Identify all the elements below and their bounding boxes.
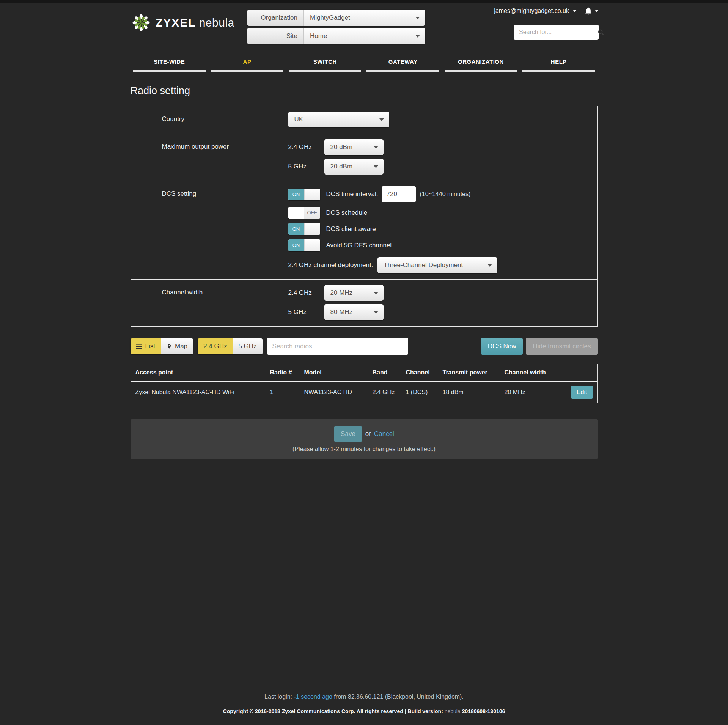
max-output-power-label: Maximum output power: [131, 139, 288, 175]
chevron-down-icon: [595, 10, 599, 12]
avoid-5g-dfs-toggle[interactable]: ON: [288, 239, 320, 251]
band-24-button[interactable]: 2.4 GHz: [198, 338, 233, 354]
cell-channel: 1 (DCS): [406, 389, 443, 396]
chevron-down-icon: [374, 165, 378, 168]
tab-organization[interactable]: ORGANIZATION: [442, 56, 520, 72]
radio-list-toolbar: List Map 2.4 GHz 5 GHz DCS Now: [131, 338, 598, 355]
main-nav: SITE-WIDE AP SWITCH GATEWAY ORGANIZATION…: [131, 56, 598, 72]
search-radios-input[interactable]: [272, 343, 403, 350]
last-login-link[interactable]: -1 second ago: [294, 694, 332, 700]
col-model: Model: [304, 369, 373, 376]
context-selector: Organization MightyGadget Site Home: [247, 10, 425, 44]
band-5-label: 5 GHz: [288, 308, 324, 316]
channel-deployment-dropdown[interactable]: Three-Channel Deployment: [377, 257, 497, 273]
chevron-down-icon: [487, 264, 492, 267]
dcs-section: DCS setting ON DCS time interval: (10~14…: [131, 181, 597, 279]
chevron-down-icon: [374, 292, 378, 294]
global-search-input[interactable]: [519, 29, 597, 36]
col-access-point: Access point: [135, 369, 270, 376]
save-button[interactable]: Save: [334, 426, 362, 442]
band-toggle-group: 2.4 GHz 5 GHz: [198, 338, 263, 354]
build-product: nebula: [445, 708, 461, 714]
power-24-dropdown[interactable]: 20 dBm: [324, 139, 384, 155]
cell-access-point: Zyxel Nubula NWA1123-AC-HD WiFi: [135, 389, 270, 396]
width-24-dropdown[interactable]: 20 MHz: [324, 285, 384, 301]
cell-radio: 1: [270, 389, 304, 396]
tab-ap[interactable]: AP: [208, 56, 286, 72]
notifications-menu[interactable]: [584, 7, 599, 15]
channel-deployment-label: 2.4 GHz channel deployment:: [288, 261, 373, 269]
top-strip: [0, 0, 728, 3]
dcs-label: DCS setting: [131, 186, 288, 274]
hide-transmit-circles-button: Hide transmit circles: [526, 338, 597, 355]
dcs-time-interval-input[interactable]: [382, 186, 416, 202]
power-5-dropdown[interactable]: 20 dBm: [324, 159, 384, 175]
country-dropdown[interactable]: UK: [288, 112, 389, 127]
band-5-button[interactable]: 5 GHz: [233, 338, 262, 354]
main-content: Radio setting Country UK Maximum output …: [131, 85, 598, 459]
account-area: james@mightygadget.co.uk: [494, 7, 599, 15]
cancel-link[interactable]: Cancel: [374, 430, 394, 438]
country-section: Country UK: [131, 106, 597, 134]
chevron-down-icon: [573, 10, 577, 12]
site-label: Site: [247, 28, 304, 44]
width-5-dropdown[interactable]: 80 MHz: [324, 304, 384, 320]
col-channel: Channel: [406, 369, 443, 376]
dcs-time-interval-hint: (10~1440 minutes): [420, 191, 470, 198]
map-view-button[interactable]: Map: [161, 338, 193, 354]
global-search: [514, 25, 599, 40]
view-toggle-group: List Map: [131, 338, 193, 354]
col-channel-width: Channel width: [505, 369, 558, 376]
header: ZYXELnebula Organization MightyGadget Si…: [0, 3, 728, 56]
table-header-row: Access point Radio # Model Band Channel …: [131, 364, 597, 382]
dcs-schedule-toggle[interactable]: OFF: [288, 207, 320, 219]
band-24-label: 2.4 GHz: [288, 289, 324, 297]
col-radio: Radio #: [270, 369, 304, 376]
tab-help[interactable]: HELP: [520, 56, 597, 72]
search-icon[interactable]: [597, 29, 604, 36]
zyxel-nebula-logo: ZYXELnebula: [132, 14, 234, 32]
dcs-time-interval-toggle[interactable]: ON: [288, 189, 320, 200]
band-24-label: 2.4 GHz: [288, 143, 324, 151]
tab-switch[interactable]: SWITCH: [286, 56, 364, 72]
dcs-schedule-label: DCS schedule: [326, 209, 368, 217]
cell-channel-width: 20 MHz: [505, 389, 558, 396]
build-number: 20180608-130106: [462, 708, 505, 714]
max-output-power-section: Maximum output power 2.4 GHz 20 dBm 5 GH…: [131, 134, 597, 181]
cell-transmit-power: 18 dBm: [443, 389, 505, 396]
channel-width-label: Channel width: [131, 285, 288, 321]
site-dropdown[interactable]: Home: [304, 28, 425, 44]
list-view-button[interactable]: List: [131, 338, 161, 354]
country-label: Country: [131, 112, 288, 128]
list-icon: [136, 344, 142, 349]
chevron-down-icon: [374, 311, 378, 314]
chevron-down-icon: [379, 118, 384, 121]
edit-button[interactable]: Edit: [571, 386, 593, 399]
zyxel-flower-logo-icon: [132, 14, 150, 32]
organization-label: Organization: [247, 10, 304, 26]
map-pin-icon: [167, 343, 172, 350]
dcs-client-aware-toggle[interactable]: ON: [288, 223, 320, 235]
col-band: Band: [373, 369, 406, 376]
tab-gateway[interactable]: GATEWAY: [364, 56, 442, 72]
band-5-label: 5 GHz: [288, 163, 324, 170]
organization-dropdown[interactable]: MightyGadget: [304, 10, 425, 26]
chevron-down-icon: [415, 17, 420, 19]
dcs-now-button[interactable]: DCS Now: [481, 338, 523, 355]
footer-copyright: Copyright © 2016-2018 Zyxel Communicatio…: [0, 708, 728, 715]
save-note: (Please allow 1-2 minutes for changes to…: [131, 446, 598, 453]
cell-model: NWA1123-AC HD: [304, 389, 373, 396]
tab-site-wide[interactable]: SITE-WIDE: [131, 56, 208, 72]
table-row: Zyxel Nubula NWA1123-AC-HD WiFi 1 NWA112…: [131, 382, 597, 403]
page-title: Radio setting: [131, 85, 598, 97]
bell-icon: [584, 7, 593, 15]
organization-row: Organization MightyGadget: [247, 10, 425, 26]
radio-table: Access point Radio # Model Band Channel …: [131, 364, 598, 403]
search-radios-box: [267, 338, 408, 355]
user-email-menu[interactable]: james@mightygadget.co.uk: [494, 8, 569, 14]
radio-setting-form: Country UK Maximum output power 2.4 GHz …: [131, 106, 598, 327]
footer-last-login: Last login: -1 second ago from 82.36.60.…: [0, 694, 728, 700]
dcs-client-aware-label: DCS client aware: [326, 225, 376, 233]
cell-band: 2.4 GHz: [373, 389, 406, 396]
chevron-down-icon: [374, 146, 378, 149]
